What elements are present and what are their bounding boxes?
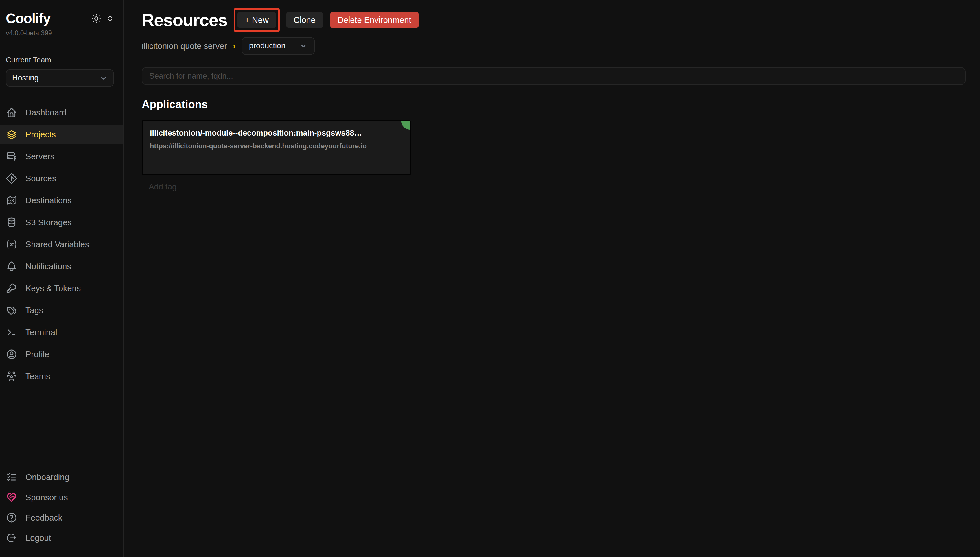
sidebar-item-label: Shared Variables xyxy=(26,239,89,249)
git-icon xyxy=(6,173,17,184)
sidebar-item-label: Sources xyxy=(26,173,56,184)
expand-collapse-icon[interactable] xyxy=(106,15,114,22)
sidebar-item-label: Onboarding xyxy=(26,472,69,482)
sidebar: Coolify v4.0.0-beta.399 Current Team Hos… xyxy=(0,0,124,557)
team-select[interactable]: Hosting xyxy=(6,69,114,87)
add-tag-input[interactable]: Add tag xyxy=(149,182,965,192)
application-url: https://illicitonion-quote-server-backen… xyxy=(150,142,403,150)
home-icon xyxy=(6,107,17,118)
sidebar-item-s3-storages[interactable]: S3 Storages xyxy=(0,213,123,232)
current-team-label: Current Team xyxy=(6,55,114,65)
sidebar-item-label: Feedback xyxy=(26,513,62,523)
server-icon xyxy=(6,151,17,162)
app-version: v4.0.0-beta.399 xyxy=(6,29,114,37)
sidebar-item-onboarding[interactable]: Onboarding xyxy=(0,468,123,487)
sidebar-item-keys-tokens[interactable]: Keys & Tokens xyxy=(0,279,123,298)
sidebar-nav: Dashboard Projects Servers Sources xyxy=(0,103,123,389)
sidebar-item-notifications[interactable]: Notifications xyxy=(0,257,123,275)
sidebar-item-label: Keys & Tokens xyxy=(26,283,81,293)
status-indicator xyxy=(402,122,410,130)
sidebar-item-label: Tags xyxy=(26,305,43,316)
sidebar-item-shared-variables[interactable]: Shared Variables xyxy=(0,235,123,254)
tag-icon xyxy=(6,305,17,316)
sidebar-item-label: Sponsor us xyxy=(26,492,68,503)
sidebar-item-label: Dashboard xyxy=(26,107,67,118)
sidebar-item-label: Projects xyxy=(26,129,56,140)
sidebar-header: Coolify v4.0.0-beta.399 Current Team Hos… xyxy=(0,0,123,87)
sidebar-footer: Onboarding Sponsor us Feedback Logout xyxy=(0,468,123,557)
environment-select[interactable]: production xyxy=(241,37,315,55)
sidebar-item-label: Profile xyxy=(26,349,49,360)
sidebar-item-feedback[interactable]: Feedback xyxy=(0,508,123,527)
applications-section-title: Applications xyxy=(142,98,965,112)
user-circle-icon xyxy=(6,349,17,360)
key-icon xyxy=(6,283,17,294)
delete-environment-button[interactable]: Delete Environment xyxy=(330,11,419,28)
users-icon xyxy=(6,370,17,382)
environment-select-value: production xyxy=(249,41,285,51)
clone-button[interactable]: Clone xyxy=(286,11,323,28)
sidebar-item-label: Servers xyxy=(26,151,54,162)
sidebar-item-label: Destinations xyxy=(26,195,72,205)
sidebar-item-label: Logout xyxy=(26,533,51,543)
sidebar-item-servers[interactable]: Servers xyxy=(0,147,123,166)
app-logo[interactable]: Coolify xyxy=(6,10,50,27)
sidebar-item-terminal[interactable]: Terminal xyxy=(0,323,123,342)
team-select-value: Hosting xyxy=(12,73,39,83)
sidebar-item-label: Notifications xyxy=(26,261,71,272)
bell-icon xyxy=(6,261,17,272)
page-header: Resources + New Clone Delete Environment xyxy=(142,8,965,32)
chevron-down-icon xyxy=(99,74,107,82)
sidebar-item-sponsor-us[interactable]: Sponsor us xyxy=(0,488,123,507)
page-title: Resources xyxy=(142,9,227,31)
application-card[interactable]: illicitestonion/-module--decomposition:m… xyxy=(142,120,411,175)
sidebar-item-label: S3 Storages xyxy=(26,217,72,228)
logout-icon xyxy=(6,532,17,544)
sidebar-item-tags[interactable]: Tags xyxy=(0,301,123,319)
main-content: Resources + New Clone Delete Environment… xyxy=(124,0,980,557)
application-name: illicitestonion/-module--decomposition:m… xyxy=(150,129,403,138)
sidebar-item-destinations[interactable]: Destinations xyxy=(0,191,123,210)
theme-toggle-sun-icon[interactable] xyxy=(91,14,101,23)
database-icon xyxy=(6,217,17,228)
sidebar-item-projects[interactable]: Projects xyxy=(0,125,123,144)
new-button[interactable]: + New xyxy=(237,11,276,28)
sidebar-item-logout[interactable]: Logout xyxy=(0,529,123,547)
breadcrumb-project[interactable]: illicitonion quote server xyxy=(142,41,227,51)
breadcrumb: illicitonion quote server › production xyxy=(142,37,965,55)
chevron-down-icon xyxy=(300,42,308,50)
help-icon xyxy=(6,512,17,523)
applications-list: illicitestonion/-module--decomposition:m… xyxy=(142,120,965,175)
layers-icon xyxy=(6,129,17,140)
terminal-icon xyxy=(6,326,17,338)
map-icon xyxy=(6,195,17,206)
heart-handshake-icon xyxy=(6,492,17,503)
search-input[interactable] xyxy=(142,67,965,85)
sidebar-item-profile[interactable]: Profile xyxy=(0,345,123,363)
sidebar-item-sources[interactable]: Sources xyxy=(0,169,123,188)
sidebar-item-label: Terminal xyxy=(26,327,57,337)
variable-icon xyxy=(6,239,17,250)
highlight-annotation: + New xyxy=(234,8,280,32)
chevron-right-icon: › xyxy=(233,41,236,52)
sidebar-item-teams[interactable]: Teams xyxy=(0,367,123,386)
sidebar-item-label: Teams xyxy=(26,371,50,381)
checklist-icon xyxy=(6,471,17,483)
coolify-app: Coolify v4.0.0-beta.399 Current Team Hos… xyxy=(0,0,980,557)
sidebar-item-dashboard[interactable]: Dashboard xyxy=(0,103,123,122)
